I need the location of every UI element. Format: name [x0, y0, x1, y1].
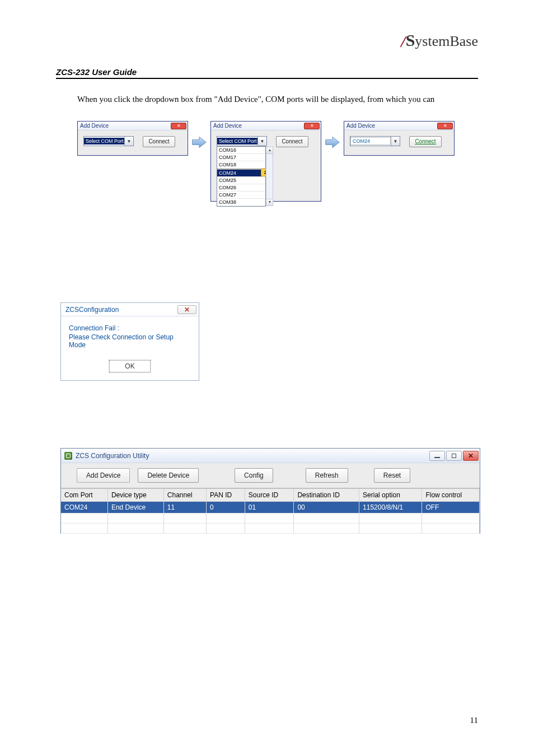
- scroll-down-icon[interactable]: ▾: [266, 199, 273, 206]
- close-icon[interactable]: ✕: [463, 451, 479, 461]
- document-heading: ZCS-232 User Guide: [56, 67, 478, 79]
- ok-button[interactable]: OK: [109, 360, 151, 372]
- col-channel[interactable]: Channel: [163, 489, 206, 502]
- connection-fail-alert: ZCSConfiguration ✕ Connection Fail : Ple…: [60, 302, 199, 381]
- cell-com-port: COM24: [61, 502, 107, 514]
- com-port-combo[interactable]: COM24 ▼: [350, 136, 400, 146]
- connect-button[interactable]: Connect: [409, 136, 442, 147]
- table-row[interactable]: COM24 End Device 11 0 01 00 115200/8/N/1…: [61, 502, 480, 514]
- dialog-title: Add Device: [80, 123, 109, 129]
- com-port-listbox[interactable]: COM16 COM17 COM18 COM24 2 COM25 COM26 CO…: [217, 146, 266, 207]
- connect-button[interactable]: Connect: [276, 136, 308, 147]
- col-device-type[interactable]: Device type: [107, 489, 163, 502]
- combo-selected: COM24: [350, 137, 391, 145]
- alert-line-2: Please Check Connection or Setup Mode: [69, 333, 191, 349]
- close-icon[interactable]: ✕: [304, 123, 320, 129]
- add-device-dialog-1: Add Device ✕ Select COM Port ▼ Connect: [77, 121, 188, 156]
- col-com-port[interactable]: Com Port: [61, 489, 107, 502]
- delete-device-button[interactable]: Delete Device: [138, 468, 199, 483]
- arrow-right-icon: [191, 134, 207, 150]
- com-port-combo[interactable]: Select COM Port ▼: [217, 136, 267, 146]
- list-item[interactable]: COM26: [217, 184, 265, 192]
- table-row[interactable]: [61, 514, 480, 524]
- chevron-down-icon[interactable]: ▼: [257, 137, 266, 146]
- combo-selected: Select COM Port: [217, 138, 257, 144]
- col-flow-control[interactable]: Flow control: [422, 489, 480, 502]
- toolbar: Add Device Delete Device Config Refresh …: [61, 463, 480, 489]
- listbox-scrollbar[interactable]: ▴ ▾: [266, 147, 273, 206]
- dialog-title: Add Device: [346, 123, 375, 129]
- list-item-selected[interactable]: COM24 2: [217, 169, 265, 177]
- dialog-title: Add Device: [213, 123, 242, 129]
- refresh-button[interactable]: Refresh: [306, 468, 348, 483]
- close-icon[interactable]: ✕: [177, 305, 196, 314]
- list-item[interactable]: COM18: [217, 161, 265, 169]
- scroll-up-icon[interactable]: ▴: [266, 147, 273, 154]
- device-table: Com Port Device type Channel PAN ID Sour…: [61, 489, 480, 534]
- list-item[interactable]: COM25: [217, 177, 265, 184]
- cell-device-type: End Device: [107, 502, 163, 514]
- col-serial-option[interactable]: Serial option: [359, 489, 422, 502]
- table-row[interactable]: [61, 524, 480, 534]
- reset-button[interactable]: Reset: [374, 468, 410, 483]
- window-titlebar: ZCS Configuration Utility ✕: [61, 449, 480, 463]
- connect-button[interactable]: Connect: [143, 136, 175, 147]
- chevron-down-icon[interactable]: ▼: [124, 137, 133, 146]
- cell-channel: 11: [163, 502, 206, 514]
- body-paragraph: When you click the dropdown box from "Ad…: [77, 95, 478, 104]
- col-destination-id[interactable]: Destination ID: [294, 489, 359, 502]
- cell-destination-id: 00: [294, 502, 359, 514]
- list-item[interactable]: COM27: [217, 192, 265, 199]
- col-pan-id[interactable]: PAN ID: [207, 489, 245, 502]
- window-title: ZCS Configuration Utility: [76, 452, 149, 460]
- list-item[interactable]: COM17: [217, 154, 265, 161]
- config-button[interactable]: Config: [235, 468, 273, 483]
- logo-slash-icon: /: [401, 32, 405, 50]
- close-icon[interactable]: ✕: [171, 123, 186, 129]
- add-device-dialog-2-wrap: Add Device ✕ Select COM Port ▼ Connect C…: [210, 121, 321, 202]
- col-source-id[interactable]: Source ID: [245, 489, 294, 502]
- add-device-sequence: Add Device ✕ Select COM Port ▼ Connect A…: [77, 121, 478, 202]
- combo-selected: Select COM Port: [84, 138, 124, 144]
- cell-source-id: 01: [245, 502, 294, 514]
- alert-line-1: Connection Fail :: [69, 324, 191, 332]
- com-port-combo[interactable]: Select COM Port ▼: [83, 136, 134, 146]
- page-number: 11: [470, 716, 478, 725]
- close-icon[interactable]: ✕: [437, 123, 453, 129]
- list-item[interactable]: COM38: [217, 199, 265, 206]
- chevron-down-icon[interactable]: ▼: [391, 137, 400, 146]
- list-item[interactable]: COM16: [217, 147, 265, 154]
- alert-title-text: ZCSConfiguration: [65, 306, 119, 314]
- cell-flow-control: OFF: [422, 502, 480, 514]
- maximize-icon[interactable]: [446, 451, 462, 461]
- zcs-config-utility-window: ZCS Configuration Utility ✕ Add Device D…: [60, 448, 480, 534]
- add-device-button[interactable]: Add Device: [77, 468, 130, 483]
- app-icon: [64, 452, 72, 460]
- arrow-right-icon: [325, 134, 340, 150]
- cell-serial-option: 115200/8/N/1: [359, 502, 422, 514]
- brand-logo: /SystemBase: [401, 31, 478, 51]
- cell-pan-id: 0: [207, 502, 245, 514]
- add-device-dialog-3: Add Device ✕ COM24 ▼ Connect: [344, 121, 455, 156]
- add-device-dialog-2: Add Device ✕ Select COM Port ▼ Connect C…: [210, 121, 321, 202]
- minimize-icon[interactable]: [429, 451, 445, 461]
